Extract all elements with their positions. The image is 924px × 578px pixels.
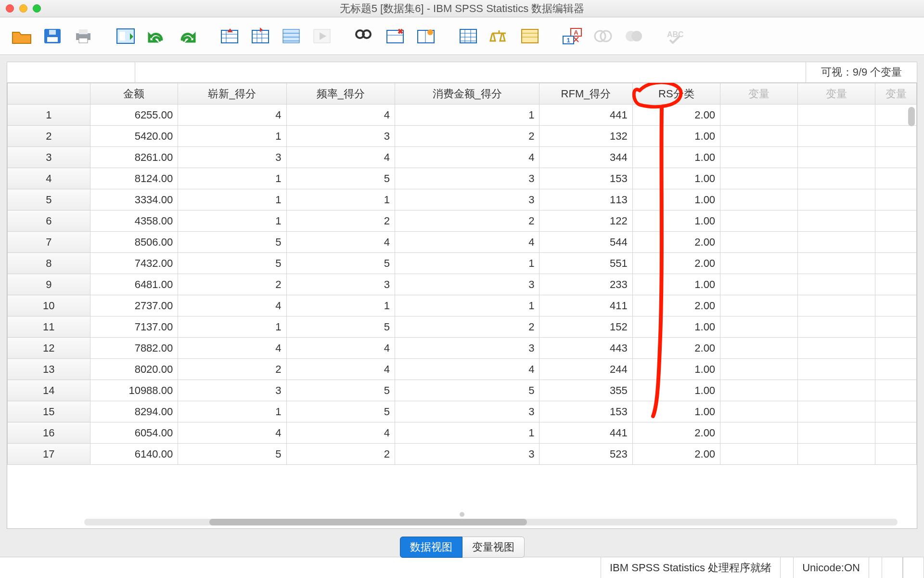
select-cases-icon[interactable] (517, 23, 543, 49)
data-cell[interactable]: 2 (286, 210, 395, 232)
data-cell[interactable]: 244 (539, 359, 632, 380)
row-header[interactable]: 9 (8, 274, 90, 295)
empty-cell[interactable] (720, 105, 798, 126)
data-cell[interactable]: 132 (539, 126, 632, 147)
data-cell[interactable]: 1.00 (632, 274, 720, 295)
minimize-window-icon[interactable] (19, 4, 27, 13)
empty-cell[interactable] (875, 232, 917, 253)
data-cell[interactable]: 411 (539, 295, 632, 316)
data-cell[interactable]: 551 (539, 253, 632, 274)
data-cell[interactable]: 5 (178, 444, 286, 465)
vertical-scrollbar-thumb[interactable] (908, 107, 915, 126)
empty-cell[interactable] (720, 422, 798, 444)
data-cell[interactable]: 1.00 (632, 316, 720, 338)
row-header[interactable]: 12 (8, 338, 90, 359)
zoom-window-icon[interactable] (33, 4, 41, 13)
row-header[interactable]: 13 (8, 359, 90, 380)
empty-cell[interactable] (798, 189, 875, 210)
data-cell[interactable]: 8294.00 (90, 401, 178, 422)
empty-cell[interactable] (875, 295, 917, 316)
empty-cell[interactable] (720, 147, 798, 168)
data-cell[interactable]: 2.00 (632, 105, 720, 126)
data-cell[interactable]: 5 (286, 380, 395, 401)
row-header[interactable]: 16 (8, 422, 90, 444)
data-cell[interactable]: 7432.00 (90, 253, 178, 274)
insert-cases-icon[interactable] (382, 23, 408, 49)
data-cell[interactable]: 523 (539, 444, 632, 465)
data-cell[interactable]: 5 (286, 401, 395, 422)
data-cell[interactable]: 1 (395, 295, 539, 316)
empty-cell[interactable] (798, 253, 875, 274)
empty-cell[interactable] (798, 105, 875, 126)
data-cell[interactable]: 2.00 (632, 253, 720, 274)
data-cell[interactable]: 3 (395, 338, 539, 359)
pane-grip-icon[interactable] (460, 512, 464, 517)
empty-cell[interactable] (875, 168, 917, 189)
empty-cell[interactable] (798, 232, 875, 253)
column-header[interactable]: RS分类 (632, 83, 720, 105)
column-header[interactable]: 金额 (90, 83, 178, 105)
empty-cell[interactable] (798, 444, 875, 465)
empty-cell[interactable] (798, 316, 875, 338)
variables-icon[interactable] (278, 23, 304, 49)
data-cell[interactable]: 2.00 (632, 422, 720, 444)
data-cell[interactable]: 1.00 (632, 126, 720, 147)
data-cell[interactable]: 3 (395, 189, 539, 210)
horizontal-scrollbar[interactable] (84, 519, 898, 525)
data-cell[interactable]: 1 (395, 253, 539, 274)
data-cell[interactable]: 1 (395, 105, 539, 126)
split-file-icon[interactable] (455, 23, 481, 49)
data-cell[interactable]: 5 (286, 316, 395, 338)
empty-column-header[interactable]: 变量 (875, 83, 917, 105)
redo-icon[interactable] (174, 23, 200, 49)
row-header[interactable]: 6 (8, 210, 90, 232)
data-cell[interactable]: 7137.00 (90, 316, 178, 338)
data-cell[interactable]: 2 (395, 210, 539, 232)
empty-cell[interactable] (720, 338, 798, 359)
goto-variable-icon[interactable] (247, 23, 273, 49)
data-cell[interactable]: 2.00 (632, 444, 720, 465)
data-cell[interactable]: 5 (178, 232, 286, 253)
data-cell[interactable]: 1 (286, 295, 395, 316)
row-header[interactable]: 3 (8, 147, 90, 168)
column-header[interactable]: 频率_得分 (286, 83, 395, 105)
data-cell[interactable]: 1 (178, 401, 286, 422)
row-header[interactable]: 17 (8, 444, 90, 465)
data-cell[interactable]: 2737.00 (90, 295, 178, 316)
corner-cell[interactable] (8, 83, 90, 105)
empty-cell[interactable] (798, 147, 875, 168)
empty-cell[interactable] (875, 126, 917, 147)
empty-cell[interactable] (720, 316, 798, 338)
empty-cell[interactable] (720, 189, 798, 210)
data-cell[interactable]: 113 (539, 189, 632, 210)
data-cell[interactable]: 1 (178, 210, 286, 232)
data-cell[interactable]: 1.00 (632, 380, 720, 401)
data-cell[interactable]: 4 (178, 338, 286, 359)
data-cell[interactable]: 544 (539, 232, 632, 253)
data-cell[interactable]: 1.00 (632, 168, 720, 189)
save-icon[interactable] (39, 23, 65, 49)
empty-cell[interactable] (875, 210, 917, 232)
data-cell[interactable]: 5420.00 (90, 126, 178, 147)
empty-cell[interactable] (798, 210, 875, 232)
data-cell[interactable]: 6054.00 (90, 422, 178, 444)
data-cell[interactable]: 4 (286, 105, 395, 126)
row-header[interactable]: 15 (8, 401, 90, 422)
data-cell[interactable]: 3 (395, 168, 539, 189)
data-cell[interactable]: 4 (286, 422, 395, 444)
empty-cell[interactable] (720, 253, 798, 274)
data-cell[interactable]: 1 (178, 168, 286, 189)
data-cell[interactable]: 153 (539, 401, 632, 422)
empty-cell[interactable] (720, 126, 798, 147)
empty-cell[interactable] (875, 147, 917, 168)
data-cell[interactable]: 4 (286, 147, 395, 168)
data-cell[interactable]: 6140.00 (90, 444, 178, 465)
data-cell[interactable]: 1 (395, 422, 539, 444)
row-header[interactable]: 7 (8, 232, 90, 253)
data-cell[interactable]: 4 (178, 295, 286, 316)
empty-cell[interactable] (720, 168, 798, 189)
data-cell[interactable]: 355 (539, 380, 632, 401)
data-cell[interactable]: 4358.00 (90, 210, 178, 232)
empty-cell[interactable] (720, 444, 798, 465)
empty-cell[interactable] (798, 338, 875, 359)
